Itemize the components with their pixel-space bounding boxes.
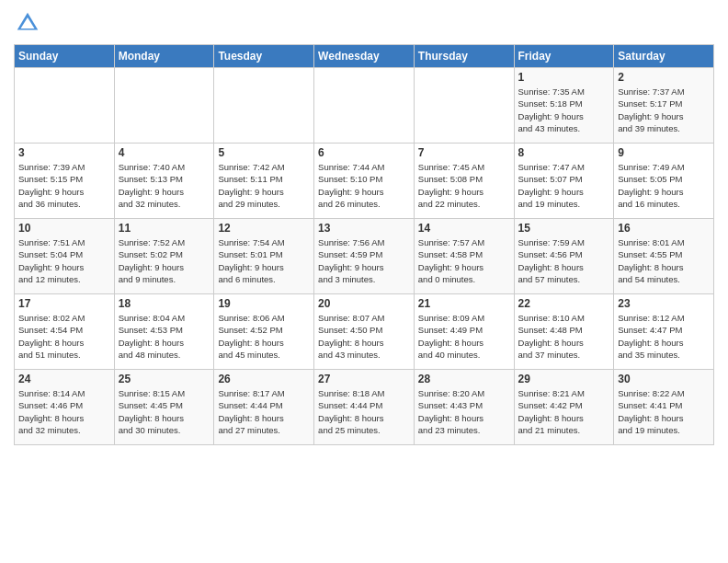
day-info: Sunrise: 7:39 AM Sunset: 5:15 PM Dayligh… xyxy=(18,161,110,210)
calendar-cell: 15Sunrise: 7:59 AM Sunset: 4:56 PM Dayli… xyxy=(514,219,614,294)
calendar-table: SundayMondayTuesdayWednesdayThursdayFrid… xyxy=(14,44,714,445)
calendar-cell: 7Sunrise: 7:45 AM Sunset: 5:08 PM Daylig… xyxy=(414,144,514,219)
calendar-cell: 28Sunrise: 8:20 AM Sunset: 4:43 PM Dayli… xyxy=(414,370,514,445)
calendar-cell: 27Sunrise: 8:18 AM Sunset: 4:44 PM Dayli… xyxy=(314,370,415,445)
calendar-cell: 22Sunrise: 8:10 AM Sunset: 4:48 PM Dayli… xyxy=(514,294,614,370)
day-number: 15 xyxy=(518,222,610,235)
day-info: Sunrise: 8:18 AM Sunset: 4:44 PM Dayligh… xyxy=(318,387,410,436)
week-row-3: 10Sunrise: 7:51 AM Sunset: 5:04 PM Dayli… xyxy=(15,219,714,294)
day-number: 25 xyxy=(119,373,210,385)
day-number: 14 xyxy=(418,222,510,235)
calendar-cell: 23Sunrise: 8:12 AM Sunset: 4:47 PM Dayli… xyxy=(614,294,714,370)
header xyxy=(14,9,714,37)
day-number: 21 xyxy=(418,297,510,310)
day-info: Sunrise: 7:47 AM Sunset: 5:07 PM Dayligh… xyxy=(518,161,610,210)
day-number: 6 xyxy=(318,146,410,159)
day-number: 1 xyxy=(518,71,610,84)
calendar-cell: 30Sunrise: 8:22 AM Sunset: 4:41 PM Dayli… xyxy=(614,370,714,445)
day-info: Sunrise: 8:06 AM Sunset: 4:52 PM Dayligh… xyxy=(218,312,310,361)
day-number: 28 xyxy=(418,373,510,385)
day-info: Sunrise: 8:01 AM Sunset: 4:55 PM Dayligh… xyxy=(618,236,710,285)
day-number: 11 xyxy=(119,222,210,235)
day-number: 27 xyxy=(318,373,410,385)
column-header-sunday: Sunday xyxy=(15,45,115,68)
day-number: 23 xyxy=(618,297,710,310)
calendar-cell: 10Sunrise: 7:51 AM Sunset: 5:04 PM Dayli… xyxy=(15,219,115,294)
day-info: Sunrise: 8:14 AM Sunset: 4:46 PM Dayligh… xyxy=(18,387,110,436)
calendar-cell: 12Sunrise: 7:54 AM Sunset: 5:01 PM Dayli… xyxy=(214,219,314,294)
logo-icon xyxy=(14,9,41,37)
calendar-cell xyxy=(314,68,415,144)
calendar-cell: 29Sunrise: 8:21 AM Sunset: 4:42 PM Dayli… xyxy=(514,370,614,445)
day-number: 16 xyxy=(618,222,710,235)
day-info: Sunrise: 8:21 AM Sunset: 4:42 PM Dayligh… xyxy=(518,387,610,436)
day-number: 5 xyxy=(218,146,310,159)
day-number: 26 xyxy=(218,373,310,385)
day-info: Sunrise: 7:42 AM Sunset: 5:11 PM Dayligh… xyxy=(218,161,310,210)
day-number: 3 xyxy=(18,146,110,159)
calendar-cell xyxy=(414,68,514,144)
day-number: 22 xyxy=(518,297,610,310)
calendar-cell xyxy=(114,68,214,144)
day-number: 29 xyxy=(518,373,610,385)
day-info: Sunrise: 8:15 AM Sunset: 4:45 PM Dayligh… xyxy=(119,387,210,436)
day-info: Sunrise: 8:20 AM Sunset: 4:43 PM Dayligh… xyxy=(418,387,510,436)
calendar-cell: 1Sunrise: 7:35 AM Sunset: 5:18 PM Daylig… xyxy=(514,68,614,144)
day-info: Sunrise: 8:02 AM Sunset: 4:54 PM Dayligh… xyxy=(18,312,110,361)
day-number: 18 xyxy=(119,297,210,310)
day-number: 13 xyxy=(318,222,410,235)
day-info: Sunrise: 7:45 AM Sunset: 5:08 PM Dayligh… xyxy=(418,161,510,210)
day-info: Sunrise: 8:10 AM Sunset: 4:48 PM Dayligh… xyxy=(518,312,610,361)
calendar-cell: 18Sunrise: 8:04 AM Sunset: 4:53 PM Dayli… xyxy=(114,294,214,370)
day-info: Sunrise: 7:54 AM Sunset: 5:01 PM Dayligh… xyxy=(218,236,310,285)
calendar-cell: 11Sunrise: 7:52 AM Sunset: 5:02 PM Dayli… xyxy=(114,219,214,294)
calendar-cell: 4Sunrise: 7:40 AM Sunset: 5:13 PM Daylig… xyxy=(114,144,214,219)
day-info: Sunrise: 8:09 AM Sunset: 4:49 PM Dayligh… xyxy=(418,312,510,361)
column-header-wednesday: Wednesday xyxy=(314,45,415,68)
column-header-tuesday: Tuesday xyxy=(214,45,314,68)
calendar-cell: 5Sunrise: 7:42 AM Sunset: 5:11 PM Daylig… xyxy=(214,144,314,219)
day-number: 10 xyxy=(18,222,110,235)
calendar-cell: 20Sunrise: 8:07 AM Sunset: 4:50 PM Dayli… xyxy=(314,294,415,370)
day-number: 30 xyxy=(618,373,710,385)
calendar-cell: 24Sunrise: 8:14 AM Sunset: 4:46 PM Dayli… xyxy=(15,370,115,445)
day-info: Sunrise: 7:37 AM Sunset: 5:17 PM Dayligh… xyxy=(618,86,710,134)
column-header-monday: Monday xyxy=(114,45,214,68)
day-info: Sunrise: 8:17 AM Sunset: 4:44 PM Dayligh… xyxy=(218,387,310,436)
day-info: Sunrise: 7:59 AM Sunset: 4:56 PM Dayligh… xyxy=(518,236,610,285)
day-number: 20 xyxy=(318,297,410,310)
day-info: Sunrise: 7:49 AM Sunset: 5:05 PM Dayligh… xyxy=(618,161,710,210)
calendar-cell: 2Sunrise: 7:37 AM Sunset: 5:17 PM Daylig… xyxy=(614,68,714,144)
day-info: Sunrise: 7:56 AM Sunset: 4:59 PM Dayligh… xyxy=(318,236,410,285)
day-number: 7 xyxy=(418,146,510,159)
calendar-cell: 21Sunrise: 8:09 AM Sunset: 4:49 PM Dayli… xyxy=(414,294,514,370)
logo xyxy=(14,9,46,37)
calendar-cell: 19Sunrise: 8:06 AM Sunset: 4:52 PM Dayli… xyxy=(214,294,314,370)
day-number: 2 xyxy=(618,71,710,84)
page-container: SundayMondayTuesdayWednesdayThursdayFrid… xyxy=(0,0,728,450)
day-number: 19 xyxy=(218,297,310,310)
day-number: 9 xyxy=(618,146,710,159)
week-row-1: 1Sunrise: 7:35 AM Sunset: 5:18 PM Daylig… xyxy=(15,68,714,144)
calendar-cell: 16Sunrise: 8:01 AM Sunset: 4:55 PM Dayli… xyxy=(614,219,714,294)
day-info: Sunrise: 7:40 AM Sunset: 5:13 PM Dayligh… xyxy=(119,161,210,210)
day-number: 8 xyxy=(518,146,610,159)
day-number: 17 xyxy=(18,297,110,310)
calendar-cell xyxy=(15,68,115,144)
day-info: Sunrise: 7:57 AM Sunset: 4:58 PM Dayligh… xyxy=(418,236,510,285)
calendar-cell: 25Sunrise: 8:15 AM Sunset: 4:45 PM Dayli… xyxy=(114,370,214,445)
calendar-cell: 26Sunrise: 8:17 AM Sunset: 4:44 PM Dayli… xyxy=(214,370,314,445)
day-info: Sunrise: 8:22 AM Sunset: 4:41 PM Dayligh… xyxy=(618,387,710,436)
week-row-5: 24Sunrise: 8:14 AM Sunset: 4:46 PM Dayli… xyxy=(15,370,714,445)
calendar-cell: 14Sunrise: 7:57 AM Sunset: 4:58 PM Dayli… xyxy=(414,219,514,294)
day-number: 12 xyxy=(218,222,310,235)
calendar-cell: 6Sunrise: 7:44 AM Sunset: 5:10 PM Daylig… xyxy=(314,144,415,219)
day-info: Sunrise: 8:12 AM Sunset: 4:47 PM Dayligh… xyxy=(618,312,710,361)
day-number: 24 xyxy=(18,373,110,385)
day-number: 4 xyxy=(119,146,210,159)
calendar-header: SundayMondayTuesdayWednesdayThursdayFrid… xyxy=(15,45,714,68)
column-header-thursday: Thursday xyxy=(414,45,514,68)
calendar-cell: 9Sunrise: 7:49 AM Sunset: 5:05 PM Daylig… xyxy=(614,144,714,219)
day-info: Sunrise: 8:07 AM Sunset: 4:50 PM Dayligh… xyxy=(318,312,410,361)
day-info: Sunrise: 7:52 AM Sunset: 5:02 PM Dayligh… xyxy=(119,236,210,285)
